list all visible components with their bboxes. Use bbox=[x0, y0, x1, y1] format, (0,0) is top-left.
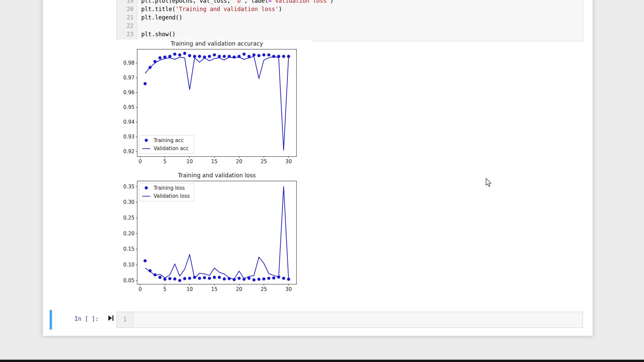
svg-text:0.93: 0.93 bbox=[123, 134, 135, 140]
svg-text:5: 5 bbox=[163, 286, 167, 292]
svg-text:Validation loss: Validation loss bbox=[154, 193, 190, 199]
bottom-dark-bar bbox=[0, 360, 644, 362]
svg-text:5: 5 bbox=[163, 159, 167, 165]
empty-cell-editor[interactable]: 1 bbox=[116, 312, 583, 328]
svg-text:10: 10 bbox=[186, 286, 193, 292]
code-line: plt.title('Training and validation loss'… bbox=[141, 5, 583, 13]
code-line: plt.plot(epochs, val_loss, 'b', label='V… bbox=[141, 0, 583, 5]
svg-text:25: 25 bbox=[261, 286, 267, 292]
svg-text:15: 15 bbox=[211, 159, 218, 165]
svg-text:0: 0 bbox=[139, 159, 142, 165]
svg-text:10: 10 bbox=[186, 159, 193, 165]
accuracy-chart: Training and validation accuracy05101520… bbox=[111, 40, 312, 168]
code-cell-lines[interactable]: plt.plot(epochs, val_loss, 'b', label='V… bbox=[137, 0, 583, 41]
svg-text:0.98: 0.98 bbox=[123, 60, 135, 66]
input-prompt: In [ ]: bbox=[74, 315, 99, 322]
code-line: plt.legend() bbox=[141, 13, 583, 22]
code-cell-gutter: 1920212223 bbox=[117, 0, 137, 41]
code-cell-input[interactable]: 1920212223 plt.plot(epochs, val_loss, 'b… bbox=[116, 0, 583, 41]
svg-text:Training loss: Training loss bbox=[153, 185, 185, 191]
svg-text:0.92: 0.92 bbox=[123, 148, 135, 155]
line-number: 21 bbox=[117, 13, 133, 22]
empty-cell-line-number: 1 bbox=[117, 312, 133, 327]
svg-text:15: 15 bbox=[211, 286, 218, 292]
svg-text:0.10: 0.10 bbox=[123, 262, 135, 268]
svg-text:0.30: 0.30 bbox=[123, 199, 135, 205]
svg-text:0.05: 0.05 bbox=[123, 278, 135, 284]
code-line: plt.show() bbox=[141, 30, 583, 39]
svg-text:0.96: 0.96 bbox=[123, 89, 135, 96]
svg-text:30: 30 bbox=[285, 286, 292, 292]
svg-text:0.15: 0.15 bbox=[123, 246, 135, 252]
svg-text:0.97: 0.97 bbox=[123, 75, 135, 81]
line-number: 20 bbox=[117, 5, 133, 13]
svg-text:20: 20 bbox=[236, 286, 242, 292]
svg-text:0: 0 bbox=[139, 286, 142, 292]
svg-text:0.20: 0.20 bbox=[123, 231, 135, 237]
svg-text:Training and validation loss: Training and validation loss bbox=[178, 172, 256, 179]
line-number: 23 bbox=[117, 30, 133, 39]
notebook-content-area: 1920212223 plt.plot(epochs, val_loss, 'b… bbox=[43, 0, 593, 336]
svg-text:30: 30 bbox=[285, 159, 292, 165]
line-number: 22 bbox=[117, 22, 133, 30]
mouse-cursor bbox=[485, 178, 493, 188]
svg-text:0.25: 0.25 bbox=[123, 215, 135, 221]
loss-chart: Training and validation loss051015202530… bbox=[111, 172, 312, 300]
run-to-end-icon[interactable] bbox=[108, 315, 114, 321]
code-line bbox=[141, 22, 583, 30]
svg-text:25: 25 bbox=[261, 159, 267, 165]
empty-cell-code-area[interactable] bbox=[133, 312, 583, 327]
svg-text:Training and validation accura: Training and validation accuracy bbox=[170, 40, 263, 47]
svg-text:Training acc: Training acc bbox=[153, 137, 184, 143]
svg-text:0.35: 0.35 bbox=[123, 184, 135, 190]
svg-text:20: 20 bbox=[236, 159, 242, 165]
screen: 1920212223 plt.plot(epochs, val_loss, 'b… bbox=[0, 0, 644, 362]
svg-text:0.94: 0.94 bbox=[123, 119, 135, 125]
empty-input-cell[interactable]: In [ ]: 1 bbox=[50, 310, 585, 329]
line-number: 19 bbox=[117, 0, 133, 5]
svg-text:Validation acc: Validation acc bbox=[154, 145, 189, 152]
svg-text:0.95: 0.95 bbox=[123, 104, 135, 110]
